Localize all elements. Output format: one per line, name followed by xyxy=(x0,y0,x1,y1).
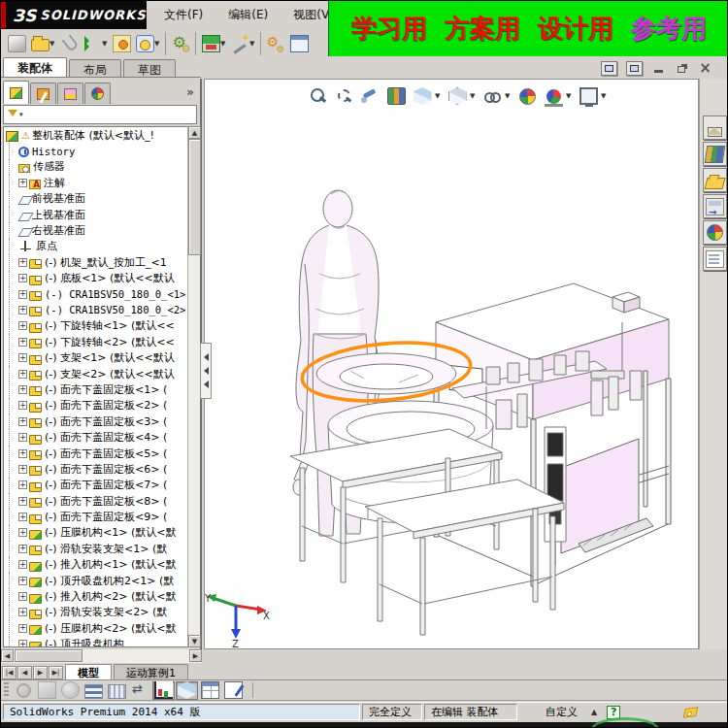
chevron-down-icon[interactable]: ▼ xyxy=(435,92,443,100)
tree-item[interactable]: 传感器 xyxy=(4,159,187,175)
expand-plus-icon[interactable]: + xyxy=(18,338,27,347)
tree-item[interactable]: + (-) 支架<1> (默认<<默认 xyxy=(4,349,187,365)
tree-root-item[interactable]: ⚠ 整机装配体 (默认<默认_! xyxy=(4,127,187,143)
toolbar-button[interactable] xyxy=(260,32,287,55)
tree-item[interactable]: + (-) 面壳下盖固定板<4> ( xyxy=(4,429,187,445)
motion-toolbar-button[interactable] xyxy=(199,681,221,700)
motion-toolbar-button[interactable] xyxy=(129,681,151,700)
view-toolbar-button[interactable] xyxy=(515,84,539,108)
tab-model[interactable]: 模型 xyxy=(65,664,112,679)
tree-item[interactable]: + (-) CRA1BSV50_180_0_<1> xyxy=(4,286,187,302)
tree-item[interactable]: + (-) 面壳下盖固定板<6> ( xyxy=(4,461,187,477)
tree-item[interactable]: + (-) 下旋转轴<2> (默认<< xyxy=(4,334,187,349)
motion-toolbar-button[interactable] xyxy=(222,681,245,700)
expand-plus-icon[interactable]: + xyxy=(18,480,27,489)
tree-horizontal-scrollbar[interactable]: ◀ ▶ xyxy=(1,649,202,663)
expand-plus-icon[interactable]: + xyxy=(18,290,27,299)
chevron-down-icon[interactable]: ▼ xyxy=(601,92,609,100)
tree-item[interactable]: + 注解 xyxy=(4,175,187,190)
tree-item[interactable]: 前视基准面 xyxy=(4,191,187,207)
scroll-up-button[interactable]: ▲ xyxy=(188,126,201,139)
tree-filter-bar[interactable]: ▾ xyxy=(3,105,197,124)
toolbar-button[interactable] xyxy=(110,32,133,55)
tree-item[interactable]: + (-) 滑轨安装支架<2> (默 xyxy=(4,605,187,620)
commandmanager-tab[interactable]: 布局 xyxy=(69,59,121,78)
expand-plus-icon[interactable]: + xyxy=(18,274,27,282)
prev-tab-button[interactable]: ◀ xyxy=(17,666,32,679)
toolbar-button[interactable] xyxy=(133,32,156,55)
tree-item[interactable]: 原点 xyxy=(4,239,187,254)
chevron-down-icon[interactable]: ▼ xyxy=(505,92,513,100)
expand-plus-icon[interactable]: + xyxy=(18,608,27,616)
expand-plus-icon[interactable]: + xyxy=(18,401,27,410)
toolbar-button[interactable] xyxy=(165,32,192,55)
motion-toolbar-button[interactable] xyxy=(59,681,82,700)
expand-plus-icon[interactable]: + xyxy=(18,258,27,267)
chevron-down-icon[interactable]: ▾ xyxy=(19,111,23,118)
scroll-right-button[interactable]: ▶ xyxy=(189,649,202,662)
task-pane-button[interactable] xyxy=(703,194,727,218)
motion-toolbar-button[interactable] xyxy=(106,681,128,700)
task-pane-button[interactable] xyxy=(703,247,727,271)
tree-vertical-scrollbar[interactable]: ▲ ▼ xyxy=(187,126,200,647)
task-pane-button[interactable] xyxy=(703,116,727,140)
tree-item[interactable]: + (-) 机架_默认_按加工_<1 xyxy=(4,254,187,270)
toolbar-button[interactable] xyxy=(287,32,311,55)
toolbar-button[interactable] xyxy=(28,32,51,55)
expand-plus-icon[interactable]: + xyxy=(18,385,27,394)
expand-plus-icon[interactable]: + xyxy=(18,417,27,426)
expand-plus-icon[interactable]: + xyxy=(18,353,27,362)
tree-item[interactable]: 右视基准面 xyxy=(4,222,187,238)
expand-plus-icon[interactable]: + xyxy=(18,592,27,601)
expand-plus-icon[interactable]: + xyxy=(18,640,27,647)
chevron-down-icon[interactable]: ▼ xyxy=(566,92,574,100)
task-pane-button[interactable] xyxy=(703,168,727,192)
scroll-thumb[interactable] xyxy=(188,139,201,255)
panel-tab[interactable] xyxy=(84,83,111,104)
view-toolbar-button[interactable] xyxy=(332,84,355,108)
view-toolbar-button[interactable] xyxy=(411,84,434,108)
custom-menu[interactable]: 自定义 ▲ xyxy=(546,705,597,719)
close-button[interactable]: × xyxy=(698,61,712,75)
tree-item[interactable]: + (-) 压膜机构<2> (默认<默 xyxy=(4,620,187,636)
toolbar-button[interactable] xyxy=(5,32,28,55)
chevron-down-icon[interactable]: ▼ xyxy=(470,92,478,100)
view-toolbar-button[interactable] xyxy=(446,84,469,108)
view-toolbar-button[interactable] xyxy=(306,84,329,108)
task-pane-button[interactable] xyxy=(703,142,727,166)
panel-splitter-handle[interactable] xyxy=(200,343,212,399)
tag-icon[interactable] xyxy=(683,707,699,718)
expand-plus-icon[interactable]: + xyxy=(18,370,27,379)
expand-plus-icon[interactable]: + xyxy=(18,433,27,442)
tree-item[interactable]: + (-) 面壳下盖固定板<7> ( xyxy=(4,478,187,493)
expand-plus-icon[interactable]: + xyxy=(18,560,27,569)
tree-item[interactable]: + (-) CRA1BSV50_180_0_<2> xyxy=(4,302,187,317)
menu-file[interactable]: 文件(F) xyxy=(164,7,203,23)
expand-plus-icon[interactable]: + xyxy=(18,449,27,458)
next-tab-button[interactable]: ▶ xyxy=(33,666,48,679)
restore-button[interactable] xyxy=(675,61,689,75)
view-toolbar-button[interactable] xyxy=(384,84,408,108)
view-toolbar-button[interactable] xyxy=(577,84,600,108)
tree-item[interactable]: + (-) 滑轨安装支架<1> (默 xyxy=(4,541,187,556)
commandmanager-tab[interactable]: 装配体 xyxy=(3,57,67,78)
tree-item[interactable]: + (-) 面壳下盖固定板<2> ( xyxy=(4,398,187,414)
toolbar-grip[interactable] xyxy=(4,682,9,698)
scroll-down-button[interactable]: ▼ xyxy=(188,635,201,647)
tab-motion-study[interactable]: 运动算例1 xyxy=(114,664,188,679)
tree-item[interactable]: + (-) 下旋转轴<1> (默认<< xyxy=(4,318,187,334)
tree-item[interactable]: + (-) 面壳下盖固定板<3> ( xyxy=(4,414,187,429)
panel-tab[interactable] xyxy=(30,83,56,104)
scroll-left-button[interactable]: ◀ xyxy=(1,649,14,662)
tree-item[interactable]: + (-) 底板<1> (默认<<默认 xyxy=(4,271,187,286)
expand-plus-icon[interactable]: + xyxy=(18,624,27,633)
menu-edit[interactable]: 编辑(E) xyxy=(228,7,268,23)
graphics-viewport[interactable]: ▼ ▼ ▼ ▼ xyxy=(204,79,699,649)
expand-plus-icon[interactable]: + xyxy=(18,545,27,553)
first-tab-button[interactable]: |◀ xyxy=(2,666,17,679)
expand-plus-icon[interactable]: + xyxy=(18,513,27,521)
tree-item[interactable]: + (-) 压膜机构<1> (默认<默 xyxy=(4,525,187,541)
tree-item[interactable]: + (-) 面壳下盖固定板<1> ( xyxy=(4,381,187,397)
task-pane-button[interactable] xyxy=(703,220,727,245)
last-tab-button[interactable]: ▶| xyxy=(49,666,63,679)
